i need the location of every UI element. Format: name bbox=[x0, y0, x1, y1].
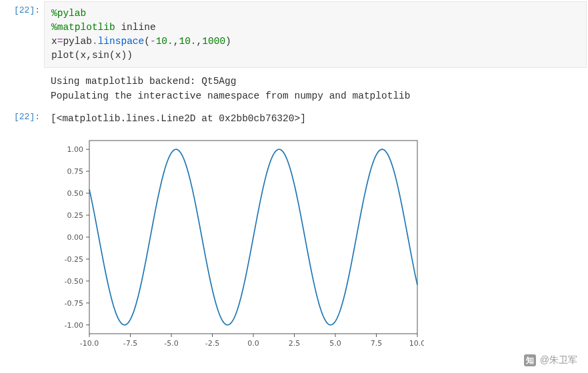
svg-text:-7.5: -7.5 bbox=[123, 339, 137, 348]
code-input[interactable]: %pylab %matplotlib inline x=pylab.linspa… bbox=[44, 1, 587, 68]
svg-text:-5.0: -5.0 bbox=[164, 339, 178, 348]
result-output: [<matplotlib.lines.Line2D at 0x2bb0cb763… bbox=[44, 107, 588, 129]
output-prompt: [22]: bbox=[0, 107, 44, 122]
svg-text:10.0: 10.0 bbox=[409, 339, 424, 348]
svg-text:0.25: 0.25 bbox=[67, 211, 84, 220]
svg-text:2.5: 2.5 bbox=[289, 339, 301, 348]
plot-output: -1.00-0.75-0.50-0.250.000.250.500.751.00… bbox=[44, 129, 588, 354]
zhihu-icon: 知 bbox=[524, 354, 536, 366]
svg-text:1.00: 1.00 bbox=[67, 145, 84, 154]
sine-chart: -1.00-0.75-0.50-0.250.000.250.500.751.00… bbox=[51, 133, 424, 352]
input-cell: [22]: %pylab %matplotlib inline x=pylab.… bbox=[0, 0, 588, 69]
svg-text:7.5: 7.5 bbox=[371, 339, 383, 348]
magic-pylab: %pylab bbox=[51, 8, 86, 19]
svg-text:0.00: 0.00 bbox=[67, 233, 84, 242]
input-prompt: [22]: bbox=[0, 0, 44, 15]
svg-text:0.50: 0.50 bbox=[67, 189, 84, 198]
svg-text:-0.75: -0.75 bbox=[65, 299, 83, 308]
svg-text:-2.5: -2.5 bbox=[205, 339, 219, 348]
svg-text:0.75: 0.75 bbox=[67, 167, 84, 176]
stdout-cell: Using matplotlib backend: Qt5Agg Populat… bbox=[0, 69, 588, 107]
watermark-text: @朱卫军 bbox=[540, 354, 577, 366]
magic-matplotlib: %matplotlib bbox=[51, 22, 115, 33]
watermark: 知 @朱卫军 bbox=[524, 354, 577, 366]
svg-text:-0.50: -0.50 bbox=[65, 277, 83, 286]
svg-text:-0.25: -0.25 bbox=[65, 255, 83, 264]
stdout-output: Using matplotlib backend: Qt5Agg Populat… bbox=[44, 69, 588, 107]
svg-text:5.0: 5.0 bbox=[329, 339, 341, 348]
svg-text:-10.0: -10.0 bbox=[80, 339, 99, 348]
plot-cell: -1.00-0.75-0.50-0.250.000.250.500.751.00… bbox=[0, 129, 588, 354]
svg-text:-1.00: -1.00 bbox=[65, 321, 83, 330]
result-cell: [22]: [<matplotlib.lines.Line2D at 0x2bb… bbox=[0, 107, 588, 129]
svg-text:0.0: 0.0 bbox=[247, 339, 259, 348]
